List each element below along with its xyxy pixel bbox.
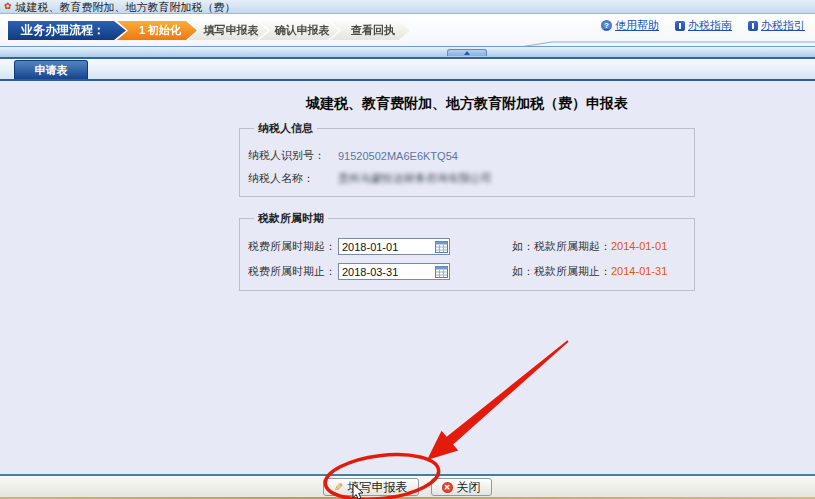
calendar-icon[interactable] (435, 265, 448, 278)
collapse-bar (0, 46, 815, 59)
period-start-field (338, 238, 450, 255)
form-title: 城建税、教育费附加、地方教育附加税（费）申报表 (239, 95, 695, 113)
taxpayer-name-label: 纳税人名称： (248, 171, 338, 186)
flow-step-fill-form: 填写申报表 (188, 21, 268, 40)
flow-step-initialize: 1 初始化 (117, 21, 197, 40)
content-area: 城建税、教育费附加、地方教育附加税（费）申报表 纳税人信息 纳税人识别号： 91… (0, 81, 815, 474)
footer-bar: ✎ 填写申报表 ✕ 关闭 (0, 476, 815, 497)
header: 业务办理流程： 1 初始化 填写申报表 确认申报表 查看回执 ? 使用帮助 办税… (0, 14, 815, 46)
flow-step-label: 1 初始化 (139, 23, 181, 38)
hint-example-date: 2014-01-01 (611, 240, 667, 252)
pencil-icon: ✎ (334, 482, 343, 493)
window-titlebar: ✿ 城建税、教育费附加、地方教育附加税（费） (0, 0, 815, 14)
taxpayer-id-label: 纳税人识别号： (248, 148, 338, 163)
period-end-label: 税费所属时期止： (248, 264, 338, 279)
flow-step-view-receipt: 查看回执 (330, 21, 410, 40)
hint-text: 如：税款所属期止： (512, 265, 611, 277)
tax-direction-link-label: 办税指引 (761, 18, 805, 33)
tax-period-legend: 税款所属时期 (254, 211, 328, 226)
help-link[interactable]: ? 使用帮助 (601, 18, 659, 33)
window-title: 城建税、教育费附加、地方教育附加税（费） (16, 0, 236, 14)
period-start-hint: 如：税款所属期起：2014-01-01 (512, 239, 667, 254)
tax-period-section: 税款所属时期 税费所属时期起： 如：税款所属期起：2014-01-01 (239, 211, 695, 291)
flow-step-label: 填写申报表 (204, 23, 259, 38)
taxpayer-name-value: 贵州乌蒙恒达财务咨询有限公司 (338, 171, 492, 186)
close-button[interactable]: ✕ 关闭 (431, 478, 492, 496)
period-end-hint: 如：税款所属期止：2014-01-31 (512, 264, 667, 279)
application-window: ✿ 城建税、教育费附加、地方教育附加税（费） 业务办理流程： 1 初始化 填写申… (0, 0, 815, 499)
process-flow-label: 业务办理流程： (8, 21, 126, 40)
collapse-handle[interactable] (447, 49, 487, 56)
process-flow: 业务办理流程： 1 初始化 填写申报表 确认申报表 查看回执 (8, 21, 410, 40)
tab-bar: 申请表 (0, 59, 815, 81)
period-end-input[interactable] (338, 263, 450, 280)
help-link-label: 使用帮助 (615, 18, 659, 33)
period-end-row: 税费所属时期止： 如：税款所属期止：2014-01-31 (248, 263, 686, 280)
guide-icon (748, 21, 758, 31)
taxpayer-info-legend: 纳税人信息 (254, 121, 317, 136)
period-start-label: 税费所属时期起： (248, 239, 338, 254)
period-end-field (338, 263, 450, 280)
tax-guide-link[interactable]: 办税指南 (675, 18, 732, 33)
calendar-icon[interactable] (435, 240, 448, 253)
hint-example-date: 2014-01-31 (611, 265, 667, 277)
tab-application-form[interactable]: 申请表 (14, 60, 88, 79)
close-icon: ✕ (442, 482, 453, 493)
chevron-up-icon (464, 51, 470, 55)
app-icon: ✿ (4, 2, 12, 11)
guide-icon (675, 21, 685, 31)
question-icon: ? (601, 20, 612, 31)
period-start-input[interactable] (338, 238, 450, 255)
taxpayer-name-row: 纳税人名称： 贵州乌蒙恒达财务咨询有限公司 (248, 171, 686, 186)
close-button-label: 关闭 (457, 479, 481, 496)
flow-step-label: 查看回执 (351, 23, 395, 38)
declaration-form: 城建税、教育费附加、地方教育附加税（费）申报表 纳税人信息 纳税人识别号： 91… (239, 81, 695, 291)
fill-form-button-label: 填写申报表 (348, 479, 408, 496)
period-start-row: 税费所属时期起： 如：税款所属期起：2014-01-01 (248, 238, 686, 255)
help-links: ? 使用帮助 办税指南 办税指引 (601, 18, 805, 33)
fill-form-button[interactable]: ✎ 填写申报表 (323, 478, 418, 496)
taxpayer-id-value: 91520502MA6E6KTQ54 (338, 150, 458, 162)
flow-step-label: 确认申报表 (275, 23, 330, 38)
flow-step-confirm-form: 确认申报表 (259, 21, 339, 40)
tax-direction-link[interactable]: 办税指引 (748, 18, 805, 33)
tax-guide-link-label: 办税指南 (688, 18, 732, 33)
hint-text: 如：税款所属期起： (512, 240, 611, 252)
taxpayer-id-row: 纳税人识别号： 91520502MA6E6KTQ54 (248, 148, 686, 163)
taxpayer-info-section: 纳税人信息 纳税人识别号： 91520502MA6E6KTQ54 纳税人名称： … (239, 121, 695, 197)
